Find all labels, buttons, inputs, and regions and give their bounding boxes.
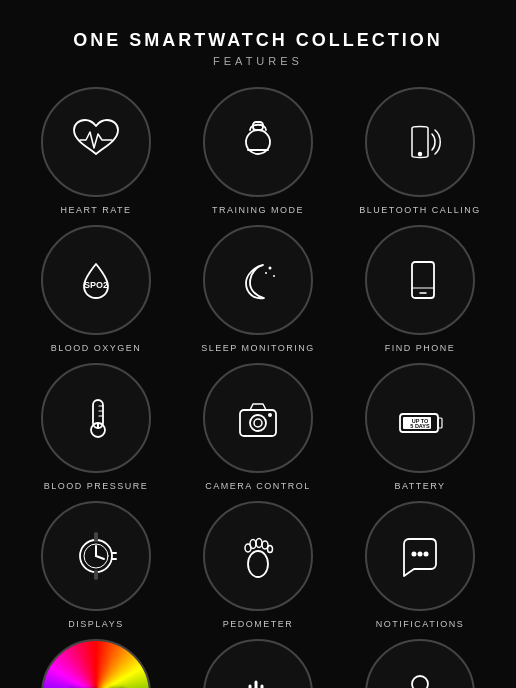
feature-blood-oxygen: SPO2 BLOOD OXYGEN (20, 225, 172, 353)
battery-icon-circle: UP TO 5 DAYS (365, 363, 475, 473)
displays-label: DISPLAYS (68, 619, 123, 629)
feature-pedometer: PEDOMETER (182, 501, 334, 629)
feature-notifications: NOTIFICATIONS (344, 501, 496, 629)
feature-battery: UP TO 5 DAYS BATTERY (344, 363, 496, 491)
svg-point-36 (250, 540, 256, 549)
find-phone-icon-circle (365, 225, 475, 335)
heart-rate-icon-circle (41, 87, 151, 197)
svg-point-39 (268, 546, 273, 553)
feature-training-mode: TRAINING MODE (182, 87, 334, 215)
sleep-monitoring-label: SLEEP MONITORING (201, 343, 315, 353)
svg-point-20 (268, 413, 272, 417)
feature-bluetooth-calling: BLUETOOTH CALLING (344, 87, 496, 215)
blood-oxygen-icon-circle: SPO2 (41, 225, 151, 335)
training-mode-icon-circle (203, 87, 313, 197)
notifications-icon-circle (365, 501, 475, 611)
feature-find-phone: FIND PHONE (344, 225, 496, 353)
camera-control-label: CAMERA CONTROL (205, 481, 311, 491)
customizable-screen-icon-circle (365, 639, 475, 688)
training-mode-label: TRAINING MODE (212, 205, 304, 215)
blood-pressure-label: BLOOD PRESSURE (44, 481, 149, 491)
svg-line-29 (96, 556, 104, 559)
svg-point-19 (254, 419, 262, 427)
pedometer-label: PEDOMETER (223, 619, 294, 629)
svg-point-7 (265, 272, 267, 274)
feature-displays: DISPLAYS (20, 501, 172, 629)
feature-ai-voice: AI VOICE (182, 639, 334, 688)
bluetooth-calling-icon-circle (365, 87, 475, 197)
svg-text:SPO2: SPO2 (84, 280, 108, 290)
displays-icon-circle (41, 501, 151, 611)
svg-point-40 (412, 552, 417, 557)
feature-customizable-screen: CUSTOMIZABLE SCREEN (344, 639, 496, 688)
battery-label: BATTERY (394, 481, 445, 491)
svg-point-37 (256, 539, 262, 548)
heart-rate-label: HEART RATE (60, 205, 131, 215)
svg-point-42 (424, 552, 429, 557)
ai-voice-icon-circle (203, 639, 313, 688)
svg-point-49 (412, 676, 428, 688)
blood-oxygen-label: BLOOD OXYGEN (51, 343, 142, 353)
sleep-monitoring-icon-circle (203, 225, 313, 335)
svg-text:5 DAYS: 5 DAYS (410, 423, 430, 429)
feature-camera-control: CAMERA CONTROL (182, 363, 334, 491)
feature-amoled-screen: AMOLED AMOLED SCREEN (20, 639, 172, 688)
find-phone-label: FIND PHONE (385, 343, 456, 353)
svg-point-18 (250, 415, 266, 431)
amoled-screen-icon-circle: AMOLED (41, 639, 151, 688)
bluetooth-calling-label: BLUETOOTH CALLING (359, 205, 480, 215)
svg-point-3 (419, 153, 422, 156)
svg-point-34 (248, 551, 268, 577)
svg-point-5 (269, 267, 272, 270)
feature-sleep-monitoring: SLEEP MONITORING (182, 225, 334, 353)
page-subtitle: FEATURES (213, 55, 303, 67)
page-title: ONE SMARTWATCH COLLECTION (73, 30, 443, 51)
svg-point-6 (273, 275, 275, 277)
pedometer-icon-circle (203, 501, 313, 611)
svg-point-41 (418, 552, 423, 557)
feature-heart-rate: HEART RATE (20, 87, 172, 215)
feature-blood-pressure: BLOOD PRESSURE (20, 363, 172, 491)
camera-control-icon-circle (203, 363, 313, 473)
blood-pressure-icon-circle (41, 363, 151, 473)
features-grid: HEART RATE TRAINING MODE BLUETOOTH (20, 87, 496, 688)
notifications-label: NOTIFICATIONS (376, 619, 464, 629)
